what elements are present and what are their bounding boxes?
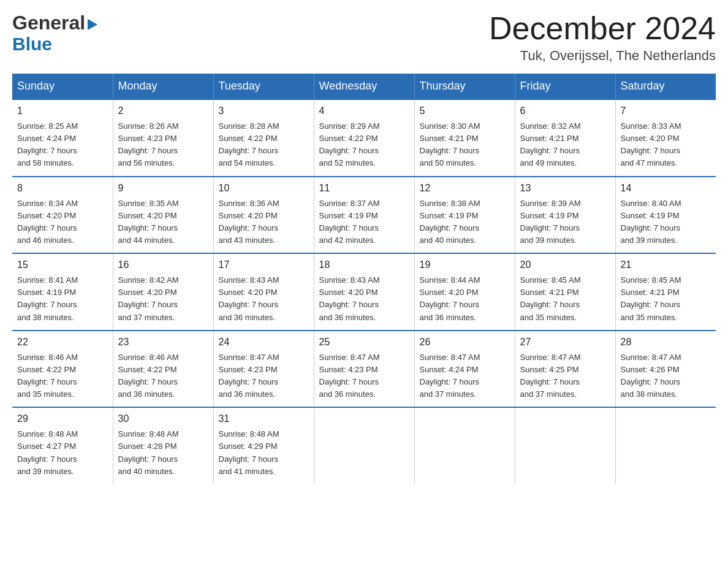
location-title: Tuk, Overijssel, The Netherlands xyxy=(489,48,716,64)
month-title: December 2024 xyxy=(489,12,716,44)
day-number: 28 xyxy=(621,335,711,350)
calendar-cell: 23Sunrise: 8:46 AM Sunset: 4:22 PM Dayli… xyxy=(113,331,213,408)
day-info: Sunrise: 8:46 AM Sunset: 4:22 PM Dayligh… xyxy=(118,351,208,401)
day-number: 31 xyxy=(219,412,309,426)
day-info: Sunrise: 8:38 AM Sunset: 4:19 PM Dayligh… xyxy=(420,197,510,247)
day-number: 30 xyxy=(118,412,208,426)
day-number: 19 xyxy=(420,258,510,272)
day-number: 22 xyxy=(17,335,108,350)
day-number: 1 xyxy=(17,104,108,118)
calendar-cell xyxy=(414,407,515,484)
calendar-cell: 27Sunrise: 8:47 AM Sunset: 4:25 PM Dayli… xyxy=(515,331,615,408)
day-number: 23 xyxy=(118,335,208,350)
day-info: Sunrise: 8:44 AM Sunset: 4:20 PM Dayligh… xyxy=(420,274,510,324)
day-number: 14 xyxy=(621,181,711,196)
day-info: Sunrise: 8:39 AM Sunset: 4:19 PM Dayligh… xyxy=(520,197,610,247)
calendar-cell: 26Sunrise: 8:47 AM Sunset: 4:24 PM Dayli… xyxy=(414,331,515,408)
title-area: December 2024 Tuk, Overijssel, The Nethe… xyxy=(489,12,716,64)
calendar-cell: 24Sunrise: 8:47 AM Sunset: 4:23 PM Dayli… xyxy=(213,331,314,408)
day-number: 5 xyxy=(420,104,510,118)
calendar-cell: 31Sunrise: 8:48 AM Sunset: 4:29 PM Dayli… xyxy=(213,407,314,484)
calendar-cell: 30Sunrise: 8:48 AM Sunset: 4:28 PM Dayli… xyxy=(113,407,213,484)
day-number: 29 xyxy=(17,412,108,426)
calendar-cell: 6Sunrise: 8:32 AM Sunset: 4:21 PM Daylig… xyxy=(515,99,615,177)
day-info: Sunrise: 8:30 AM Sunset: 4:21 PM Dayligh… xyxy=(420,120,510,170)
calendar-cell: 12Sunrise: 8:38 AM Sunset: 4:19 PM Dayli… xyxy=(414,177,515,254)
day-info: Sunrise: 8:47 AM Sunset: 4:25 PM Dayligh… xyxy=(520,351,610,401)
day-number: 20 xyxy=(520,258,610,272)
weekday-header-tuesday: Tuesday xyxy=(213,74,314,99)
day-number: 12 xyxy=(420,181,510,196)
day-info: Sunrise: 8:29 AM Sunset: 4:22 PM Dayligh… xyxy=(319,120,409,170)
day-number: 16 xyxy=(118,258,208,272)
weekday-header-friday: Friday xyxy=(515,74,615,99)
day-number: 25 xyxy=(319,335,409,350)
calendar-cell: 1Sunrise: 8:25 AM Sunset: 4:24 PM Daylig… xyxy=(12,99,113,177)
day-info: Sunrise: 8:36 AM Sunset: 4:20 PM Dayligh… xyxy=(219,197,309,247)
calendar-cell: 15Sunrise: 8:41 AM Sunset: 4:19 PM Dayli… xyxy=(12,253,113,331)
calendar-cell xyxy=(615,407,716,484)
day-number: 4 xyxy=(319,104,409,118)
week-row-2: 8Sunrise: 8:34 AM Sunset: 4:20 PM Daylig… xyxy=(12,177,716,254)
day-info: Sunrise: 8:47 AM Sunset: 4:24 PM Dayligh… xyxy=(420,351,510,401)
calendar-cell: 29Sunrise: 8:48 AM Sunset: 4:27 PM Dayli… xyxy=(12,407,113,484)
day-info: Sunrise: 8:42 AM Sunset: 4:20 PM Dayligh… xyxy=(118,274,208,324)
day-number: 10 xyxy=(219,181,309,196)
day-info: Sunrise: 8:47 AM Sunset: 4:26 PM Dayligh… xyxy=(621,351,711,401)
day-number: 21 xyxy=(621,258,711,272)
calendar-cell: 10Sunrise: 8:36 AM Sunset: 4:20 PM Dayli… xyxy=(213,177,314,254)
calendar-cell: 7Sunrise: 8:33 AM Sunset: 4:20 PM Daylig… xyxy=(615,99,716,177)
day-info: Sunrise: 8:43 AM Sunset: 4:20 PM Dayligh… xyxy=(219,274,309,324)
calendar-cell: 21Sunrise: 8:45 AM Sunset: 4:21 PM Dayli… xyxy=(615,253,716,331)
day-info: Sunrise: 8:43 AM Sunset: 4:20 PM Dayligh… xyxy=(319,274,409,324)
day-number: 15 xyxy=(17,258,108,272)
day-info: Sunrise: 8:47 AM Sunset: 4:23 PM Dayligh… xyxy=(319,351,409,401)
day-number: 17 xyxy=(219,258,309,272)
day-info: Sunrise: 8:26 AM Sunset: 4:23 PM Dayligh… xyxy=(118,120,208,170)
day-number: 27 xyxy=(520,335,610,350)
day-number: 9 xyxy=(118,181,208,196)
calendar-cell: 22Sunrise: 8:46 AM Sunset: 4:22 PM Dayli… xyxy=(12,331,113,408)
day-info: Sunrise: 8:37 AM Sunset: 4:19 PM Dayligh… xyxy=(319,197,409,247)
day-info: Sunrise: 8:25 AM Sunset: 4:24 PM Dayligh… xyxy=(17,120,108,170)
week-row-1: 1Sunrise: 8:25 AM Sunset: 4:24 PM Daylig… xyxy=(12,99,716,177)
week-row-4: 22Sunrise: 8:46 AM Sunset: 4:22 PM Dayli… xyxy=(12,331,716,408)
calendar-cell: 17Sunrise: 8:43 AM Sunset: 4:20 PM Dayli… xyxy=(213,253,314,331)
calendar-cell: 28Sunrise: 8:47 AM Sunset: 4:26 PM Dayli… xyxy=(615,331,716,408)
day-info: Sunrise: 8:34 AM Sunset: 4:20 PM Dayligh… xyxy=(17,197,108,247)
weekday-header-saturday: Saturday xyxy=(615,74,716,99)
calendar-cell: 11Sunrise: 8:37 AM Sunset: 4:19 PM Dayli… xyxy=(314,177,414,254)
week-row-5: 29Sunrise: 8:48 AM Sunset: 4:27 PM Dayli… xyxy=(12,407,716,484)
calendar-cell: 13Sunrise: 8:39 AM Sunset: 4:19 PM Dayli… xyxy=(515,177,615,254)
day-info: Sunrise: 8:33 AM Sunset: 4:20 PM Dayligh… xyxy=(621,120,711,170)
calendar-cell: 2Sunrise: 8:26 AM Sunset: 4:23 PM Daylig… xyxy=(113,99,213,177)
logo-line2: Blue xyxy=(12,34,52,54)
logo: General Blue xyxy=(12,12,97,54)
logo-line1: General xyxy=(12,12,97,34)
day-number: 7 xyxy=(621,104,711,118)
calendar-cell: 19Sunrise: 8:44 AM Sunset: 4:20 PM Dayli… xyxy=(414,253,515,331)
day-number: 2 xyxy=(118,104,208,118)
day-info: Sunrise: 8:48 AM Sunset: 4:29 PM Dayligh… xyxy=(219,428,309,478)
calendar-cell: 4Sunrise: 8:29 AM Sunset: 4:22 PM Daylig… xyxy=(314,99,414,177)
calendar-cell: 16Sunrise: 8:42 AM Sunset: 4:20 PM Dayli… xyxy=(113,253,213,331)
day-info: Sunrise: 8:48 AM Sunset: 4:27 PM Dayligh… xyxy=(17,428,108,478)
day-number: 18 xyxy=(319,258,409,272)
day-info: Sunrise: 8:45 AM Sunset: 4:21 PM Dayligh… xyxy=(621,274,711,324)
calendar-cell xyxy=(314,407,414,484)
calendar-cell: 3Sunrise: 8:28 AM Sunset: 4:22 PM Daylig… xyxy=(213,99,314,177)
calendar-table: SundayMondayTuesdayWednesdayThursdayFrid… xyxy=(12,74,716,484)
weekday-header-row: SundayMondayTuesdayWednesdayThursdayFrid… xyxy=(12,74,716,99)
day-info: Sunrise: 8:45 AM Sunset: 4:21 PM Dayligh… xyxy=(520,274,610,324)
calendar-cell: 20Sunrise: 8:45 AM Sunset: 4:21 PM Dayli… xyxy=(515,253,615,331)
day-info: Sunrise: 8:46 AM Sunset: 4:22 PM Dayligh… xyxy=(17,351,108,401)
day-number: 3 xyxy=(219,104,309,118)
day-info: Sunrise: 8:40 AM Sunset: 4:19 PM Dayligh… xyxy=(621,197,711,247)
day-number: 13 xyxy=(520,181,610,196)
day-info: Sunrise: 8:28 AM Sunset: 4:22 PM Dayligh… xyxy=(219,120,309,170)
day-number: 24 xyxy=(219,335,309,350)
calendar-cell: 18Sunrise: 8:43 AM Sunset: 4:20 PM Dayli… xyxy=(314,253,414,331)
calendar-cell: 14Sunrise: 8:40 AM Sunset: 4:19 PM Dayli… xyxy=(615,177,716,254)
day-number: 6 xyxy=(520,104,610,118)
calendar-cell xyxy=(515,407,615,484)
